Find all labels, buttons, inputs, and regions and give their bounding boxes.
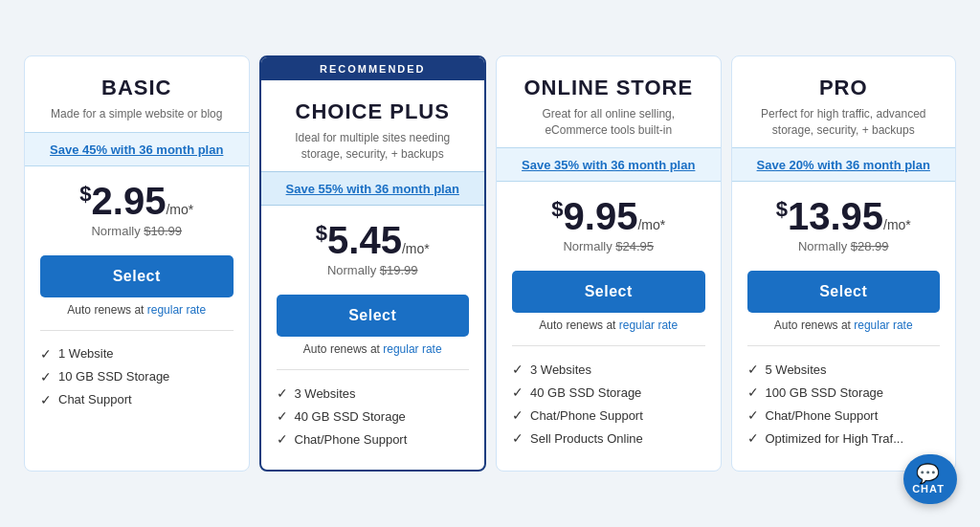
check-icon: ✓ (277, 385, 288, 401)
feature-item: ✓Chat/Phone Support (512, 404, 705, 427)
check-icon: ✓ (40, 392, 52, 407)
auto-renew-text: Auto renews at regular rate (747, 318, 941, 332)
plan-name: ONLINE STORE (512, 76, 705, 100)
feature-text: Sell Products Online (530, 431, 643, 446)
feature-text: Optimized for High Traf... (766, 431, 904, 446)
price-main: $9.95/mo* (512, 197, 705, 235)
select-button-online-store[interactable]: Select (512, 271, 705, 313)
feature-text: 40 GB SSD Storage (295, 409, 406, 424)
plan-name: BASIC (40, 76, 234, 100)
auto-renew-text: Auto renews at regular rate (40, 303, 234, 317)
check-icon: ✓ (277, 408, 288, 424)
select-button-pro[interactable]: Select (747, 271, 941, 313)
feature-text: 3 Websites (530, 362, 591, 377)
regular-rate-link[interactable]: regular rate (383, 342, 441, 356)
price-section: $5.45/mo* Normally $19.99 (261, 206, 485, 281)
auto-renew-text: Auto renews at regular rate (277, 342, 470, 356)
plan-header: BASIC Made for a simple website or blog (25, 56, 249, 132)
feature-item: ✓40 GB SSD Storage (512, 381, 705, 404)
check-icon: ✓ (512, 430, 523, 446)
plan-card-basic: BASIC Made for a simple website or blog … (24, 55, 250, 472)
check-icon: ✓ (40, 346, 52, 362)
feature-item: ✓5 Websites (747, 358, 941, 381)
chat-label: CHAT (912, 483, 945, 494)
check-icon: ✓ (40, 369, 52, 384)
feature-text: 1 Website (58, 346, 114, 361)
feature-text: 100 GB SSD Storage (766, 385, 884, 400)
price-section: $13.95/mo* Normally $28.99 (732, 182, 956, 257)
price-main: $2.95/mo* (40, 182, 234, 220)
feature-text: Chat/Phone Support (766, 408, 879, 423)
plan-desc: Made for a simple website or blog (40, 106, 234, 122)
plan-desc: Perfect for high traffic, advanced stora… (747, 106, 941, 139)
divider (40, 330, 234, 331)
check-icon: ✓ (512, 384, 523, 400)
check-icon: ✓ (747, 407, 759, 423)
pricing-container: BASIC Made for a simple website or blog … (19, 55, 961, 472)
feature-item: ✓1 Website (40, 342, 234, 365)
feature-text: Chat Support (58, 392, 132, 406)
regular-rate-link[interactable]: regular rate (147, 303, 206, 317)
feature-text: 5 Websites (766, 362, 827, 377)
regular-rate-link[interactable]: regular rate (854, 318, 912, 332)
plan-desc: Ideal for multiple sites needing storage… (277, 130, 470, 163)
price-section: $9.95/mo* Normally $24.95 (497, 182, 721, 257)
features-list: ✓1 Website✓10 GB SSD Storage✓Chat Suppor… (25, 342, 249, 411)
save-banner: Save 55% with 36 month plan (261, 171, 485, 206)
feature-item: ✓Optimized for High Traf... (747, 427, 941, 450)
features-list: ✓3 Websites✓40 GB SSD Storage✓Chat/Phone… (261, 382, 485, 450)
feature-item: ✓Chat Support (40, 388, 234, 411)
price-normal: Normally $24.95 (512, 239, 705, 253)
feature-item: ✓10 GB SSD Storage (40, 365, 234, 388)
check-icon: ✓ (512, 407, 523, 423)
price-main: $13.95/mo* (747, 197, 941, 235)
check-icon: ✓ (747, 430, 759, 446)
price-normal: Normally $19.99 (277, 263, 470, 277)
save-link[interactable]: Save 35% with 36 month plan (522, 158, 695, 172)
regular-rate-link[interactable]: regular rate (619, 318, 678, 332)
plan-card-pro: PRO Perfect for high traffic, advanced s… (731, 55, 957, 472)
save-banner: Save 45% with 36 month plan (25, 132, 249, 166)
check-icon: ✓ (747, 384, 759, 400)
feature-item: ✓Sell Products Online (512, 427, 705, 450)
feature-item: ✓Chat/Phone Support (747, 404, 941, 427)
save-banner: Save 20% with 36 month plan (732, 147, 956, 182)
select-button-basic[interactable]: Select (40, 255, 234, 297)
price-section: $2.95/mo* Normally $10.99 (25, 166, 249, 242)
price-normal: Normally $28.99 (747, 239, 941, 253)
plan-header: CHOICE PLUS Ideal for multiple sites nee… (261, 80, 485, 172)
feature-item: ✓3 Websites (512, 358, 705, 381)
save-banner: Save 35% with 36 month plan (497, 147, 721, 182)
feature-item: ✓40 GB SSD Storage (277, 405, 470, 428)
feature-item: ✓100 GB SSD Storage (747, 381, 941, 404)
plan-name: PRO (747, 76, 941, 100)
plan-name: CHOICE PLUS (277, 99, 470, 124)
auto-renew-text: Auto renews at regular rate (512, 318, 705, 332)
check-icon: ✓ (747, 362, 759, 377)
plan-header: PRO Perfect for high traffic, advanced s… (732, 56, 956, 148)
feature-text: 3 Websites (295, 386, 356, 401)
feature-text: 40 GB SSD Storage (530, 385, 641, 400)
chat-button[interactable]: 💬 CHAT (903, 454, 957, 504)
feature-text: Chat/Phone Support (530, 408, 643, 423)
divider (747, 345, 941, 346)
price-main: $5.45/mo* (277, 221, 470, 259)
feature-item: ✓Chat/Phone Support (277, 428, 470, 450)
check-icon: ✓ (512, 362, 523, 377)
divider (512, 345, 705, 346)
features-list: ✓3 Websites✓40 GB SSD Storage✓Chat/Phone… (497, 358, 721, 450)
save-link[interactable]: Save 20% with 36 month plan (757, 158, 930, 172)
price-normal: Normally $10.99 (40, 224, 234, 238)
features-list: ✓5 Websites✓100 GB SSD Storage✓Chat/Phon… (732, 358, 956, 450)
select-button-choice-plus[interactable]: Select (277, 295, 470, 337)
save-link[interactable]: Save 55% with 36 month plan (286, 182, 459, 196)
divider (277, 369, 470, 370)
feature-item: ✓3 Websites (277, 382, 470, 405)
plan-header: ONLINE STORE Great for all online sellin… (497, 56, 721, 148)
save-link[interactable]: Save 45% with 36 month plan (50, 143, 223, 157)
plan-card-choice-plus: RECOMMENDED CHOICE PLUS Ideal for multip… (259, 55, 487, 472)
feature-text: Chat/Phone Support (295, 432, 408, 447)
recommended-badge: RECOMMENDED (261, 57, 485, 80)
plan-desc: Great for all online selling, eCommerce … (512, 106, 705, 139)
check-icon: ✓ (277, 431, 288, 447)
